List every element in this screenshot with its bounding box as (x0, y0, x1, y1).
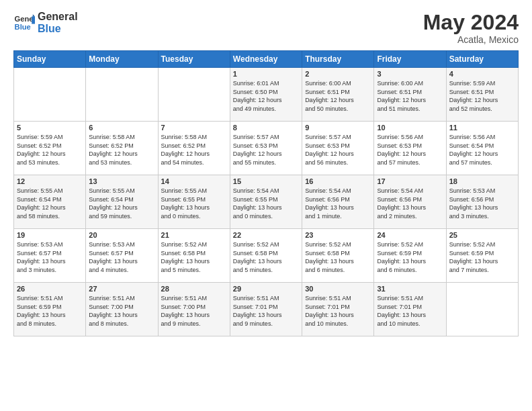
day-number: 1 (233, 70, 299, 78)
calendar-cell: 20Sunrise: 5:53 AM Sunset: 6:57 PM Dayli… (86, 229, 158, 283)
cell-info: Sunrise: 5:53 AM Sunset: 6:57 PM Dayligh… (17, 240, 83, 274)
cell-info: Sunrise: 5:53 AM Sunset: 6:56 PM Dayligh… (449, 187, 515, 220)
cell-info: Sunrise: 5:52 AM Sunset: 6:58 PM Dayligh… (233, 240, 299, 274)
day-number: 20 (89, 231, 154, 239)
cell-info: Sunrise: 5:54 AM Sunset: 6:55 PM Dayligh… (233, 187, 299, 220)
week-row-3: 12Sunrise: 5:55 AM Sunset: 6:54 PM Dayli… (14, 175, 519, 229)
day-number: 27 (89, 285, 154, 293)
logo-icon: General Blue (13, 12, 35, 34)
week-row-1: 1Sunrise: 6:01 AM Sunset: 6:50 PM Daylig… (14, 68, 519, 122)
calendar-cell: 7Sunrise: 5:58 AM Sunset: 6:52 PM Daylig… (158, 122, 230, 175)
main-container: General Blue General Blue May 2024 Acatl… (0, 0, 532, 343)
cell-info: Sunrise: 5:54 AM Sunset: 6:56 PM Dayligh… (377, 187, 443, 220)
calendar-cell: 11Sunrise: 5:56 AM Sunset: 6:54 PM Dayli… (446, 122, 518, 175)
day-number: 24 (377, 231, 443, 239)
calendar-cell: 31Sunrise: 5:51 AM Sunset: 7:01 PM Dayli… (374, 283, 446, 336)
day-number: 17 (377, 177, 443, 185)
day-number: 25 (449, 231, 515, 239)
calendar-cell: 1Sunrise: 6:01 AM Sunset: 6:50 PM Daylig… (230, 68, 302, 122)
cell-info: Sunrise: 5:56 AM Sunset: 6:53 PM Dayligh… (377, 133, 443, 167)
svg-marker-2 (32, 16, 35, 24)
calendar-cell: 18Sunrise: 5:53 AM Sunset: 6:56 PM Dayli… (446, 175, 518, 229)
day-number: 21 (161, 231, 227, 239)
header-day-thursday: Thursday (302, 51, 374, 68)
calendar-cell (158, 68, 230, 122)
calendar-cell: 27Sunrise: 5:51 AM Sunset: 7:00 PM Dayli… (86, 283, 158, 336)
calendar-cell: 10Sunrise: 5:56 AM Sunset: 6:53 PM Dayli… (374, 122, 446, 175)
header-day-monday: Monday (86, 51, 158, 68)
day-number: 15 (233, 177, 299, 185)
day-number: 9 (305, 124, 371, 132)
calendar-cell: 4Sunrise: 5:59 AM Sunset: 6:51 PM Daylig… (446, 68, 518, 122)
day-number: 3 (377, 70, 443, 78)
cell-info: Sunrise: 5:57 AM Sunset: 6:53 PM Dayligh… (305, 133, 371, 167)
day-number: 23 (305, 231, 371, 239)
calendar-cell: 26Sunrise: 5:51 AM Sunset: 6:59 PM Dayli… (14, 283, 86, 336)
cell-info: Sunrise: 5:58 AM Sunset: 6:52 PM Dayligh… (161, 133, 227, 167)
calendar-cell: 9Sunrise: 5:57 AM Sunset: 6:53 PM Daylig… (302, 122, 374, 175)
day-number: 12 (17, 177, 83, 185)
cell-info: Sunrise: 5:57 AM Sunset: 6:53 PM Dayligh… (233, 133, 299, 167)
week-row-5: 26Sunrise: 5:51 AM Sunset: 6:59 PM Dayli… (14, 283, 519, 336)
day-number: 28 (161, 285, 227, 293)
header-day-tuesday: Tuesday (158, 51, 230, 68)
header-row: SundayMondayTuesdayWednesdayThursdayFrid… (14, 51, 519, 68)
calendar-cell: 19Sunrise: 5:53 AM Sunset: 6:57 PM Dayli… (14, 229, 86, 283)
calendar-cell: 5Sunrise: 5:59 AM Sunset: 6:52 PM Daylig… (14, 122, 86, 175)
day-number: 7 (161, 124, 227, 132)
cell-info: Sunrise: 5:56 AM Sunset: 6:54 PM Dayligh… (449, 133, 515, 167)
calendar-cell (86, 68, 158, 122)
day-number: 10 (377, 124, 443, 132)
day-number: 14 (161, 177, 227, 185)
logo-text-block: General Blue (38, 11, 78, 34)
calendar-cell (14, 68, 86, 122)
calendar-cell: 22Sunrise: 5:52 AM Sunset: 6:58 PM Dayli… (230, 229, 302, 283)
calendar-cell: 24Sunrise: 5:52 AM Sunset: 6:59 PM Dayli… (374, 229, 446, 283)
cell-info: Sunrise: 5:52 AM Sunset: 6:58 PM Dayligh… (161, 240, 227, 274)
week-row-4: 19Sunrise: 5:53 AM Sunset: 6:57 PM Dayli… (14, 229, 519, 283)
calendar-cell: 23Sunrise: 5:52 AM Sunset: 6:58 PM Dayli… (302, 229, 374, 283)
week-row-2: 5Sunrise: 5:59 AM Sunset: 6:52 PM Daylig… (14, 122, 519, 175)
cell-info: Sunrise: 6:00 AM Sunset: 6:51 PM Dayligh… (305, 79, 371, 113)
calendar-cell: 8Sunrise: 5:57 AM Sunset: 6:53 PM Daylig… (230, 122, 302, 175)
cell-info: Sunrise: 5:55 AM Sunset: 6:55 PM Dayligh… (161, 187, 227, 220)
calendar-cell: 3Sunrise: 6:00 AM Sunset: 6:51 PM Daylig… (374, 68, 446, 122)
calendar-cell (446, 283, 518, 336)
logo-general: General (38, 11, 78, 23)
day-number: 4 (449, 70, 515, 78)
cell-info: Sunrise: 6:00 AM Sunset: 6:51 PM Dayligh… (377, 79, 443, 113)
day-number: 22 (233, 231, 299, 239)
cell-info: Sunrise: 5:58 AM Sunset: 6:52 PM Dayligh… (89, 133, 154, 167)
cell-info: Sunrise: 5:51 AM Sunset: 6:59 PM Dayligh… (17, 294, 83, 328)
day-number: 13 (89, 177, 154, 185)
logo-blue: Blue (38, 23, 78, 35)
cell-info: Sunrise: 5:55 AM Sunset: 6:54 PM Dayligh… (17, 187, 83, 220)
cell-info: Sunrise: 5:52 AM Sunset: 6:58 PM Dayligh… (305, 240, 371, 274)
header-day-friday: Friday (374, 51, 446, 68)
calendar-cell: 6Sunrise: 5:58 AM Sunset: 6:52 PM Daylig… (86, 122, 158, 175)
day-number: 8 (233, 124, 299, 132)
day-number: 19 (17, 231, 83, 239)
cell-info: Sunrise: 5:51 AM Sunset: 7:00 PM Dayligh… (161, 294, 227, 328)
header-day-saturday: Saturday (446, 51, 518, 68)
calendar-cell: 13Sunrise: 5:55 AM Sunset: 6:54 PM Dayli… (86, 175, 158, 229)
calendar-cell: 30Sunrise: 5:51 AM Sunset: 7:01 PM Dayli… (302, 283, 374, 336)
day-number: 31 (377, 285, 443, 293)
calendar-cell: 17Sunrise: 5:54 AM Sunset: 6:56 PM Dayli… (374, 175, 446, 229)
cell-info: Sunrise: 5:51 AM Sunset: 7:01 PM Dayligh… (233, 294, 299, 328)
calendar-header: SundayMondayTuesdayWednesdayThursdayFrid… (14, 51, 519, 68)
day-number: 26 (17, 285, 83, 293)
cell-info: Sunrise: 5:52 AM Sunset: 6:59 PM Dayligh… (377, 240, 443, 274)
cell-info: Sunrise: 5:59 AM Sunset: 6:52 PM Dayligh… (17, 133, 83, 167)
cell-info: Sunrise: 5:53 AM Sunset: 6:57 PM Dayligh… (89, 240, 154, 274)
day-number: 5 (17, 124, 83, 132)
calendar-cell: 16Sunrise: 5:54 AM Sunset: 6:56 PM Dayli… (302, 175, 374, 229)
calendar-cell: 21Sunrise: 5:52 AM Sunset: 6:58 PM Dayli… (158, 229, 230, 283)
cell-info: Sunrise: 5:51 AM Sunset: 7:01 PM Dayligh… (377, 294, 443, 328)
calendar-cell: 15Sunrise: 5:54 AM Sunset: 6:55 PM Dayli… (230, 175, 302, 229)
day-number: 18 (449, 177, 515, 185)
cell-info: Sunrise: 6:01 AM Sunset: 6:50 PM Dayligh… (233, 79, 299, 113)
main-title: May 2024 (423, 11, 519, 34)
day-number: 29 (233, 285, 299, 293)
calendar-cell: 2Sunrise: 6:00 AM Sunset: 6:51 PM Daylig… (302, 68, 374, 122)
